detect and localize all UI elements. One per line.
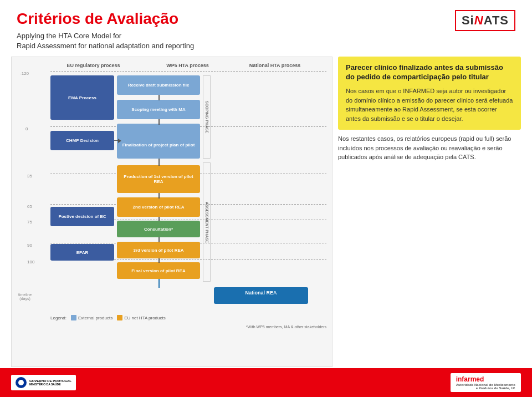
sinats-logo: SiNATS (455, 10, 515, 31)
axis-100: 100 (27, 259, 34, 264)
legend-external: External products (71, 315, 112, 320)
arrow-to-national (158, 279, 160, 288)
gov-logo: GOVERNO DE PORTUGAL MINISTÉRIO DA SAÚDE (11, 375, 76, 390)
final-version-box: Final version of pilot REA (117, 262, 200, 279)
connector-chmp-wp5 (114, 140, 119, 141)
arrow-2 (158, 119, 160, 125)
receive-draft-1-box: Receive draft submission file (117, 75, 200, 95)
axis-35: 35 (27, 174, 32, 179)
consultation-box: Consultation* (117, 221, 200, 237)
national-rea-box: National REA (214, 287, 308, 304)
diagram-area: EU regulatory process WP5 HTA process Na… (11, 57, 332, 367)
highlight-title: Parecer clínico finalizado antes da subm… (346, 63, 513, 82)
infarmed-logo: infarmed Autoridade Nacional do Medicame… (451, 373, 521, 392)
arrow-5 (158, 217, 160, 221)
col-header-national: National HTA process (242, 63, 308, 68)
axis-65: 65 (27, 204, 32, 209)
legend-external-color (71, 315, 76, 320)
arrow-4 (158, 193, 160, 198)
column-headers: EU regulatory process WP5 HTA process Na… (53, 63, 326, 68)
col-header-wp5: WP5 HTA process (134, 63, 242, 68)
second-version-box: 2nd version of pilot REA (117, 197, 200, 217)
axis-minus120: -120 (20, 71, 29, 76)
footer-left: GOVERNO DE PORTUGAL MINISTÉRIO DA SAÚDE (11, 375, 76, 390)
epar-box: EPAR (50, 244, 114, 261)
col-header-eu: EU regulatory process (53, 63, 134, 68)
header-left: Critérios de Avaliação Applying the HTA … (17, 10, 194, 51)
highlight-box: Parecer clínico finalizado antes da subm… (338, 57, 521, 130)
scoping-meeting-box: Scoping meeting with MA (117, 100, 200, 119)
header: Critérios de Avaliação Applying the HTA … (0, 0, 532, 57)
highlight-text: Nos casos em que o INFARMED seja autor o… (346, 86, 513, 123)
arrow-7 (158, 258, 160, 263)
assessment-phase-label: ASSESSMENT PHASE (203, 162, 211, 282)
chmp-decision-box: CHMP Decision (50, 131, 114, 150)
third-version-box: 3rd version of pilot REA (117, 242, 200, 258)
header-subtitle: Applying the HTA Core Model for Rapid As… (17, 31, 194, 51)
axis-zero: 0 (25, 126, 28, 131)
legend-eu-net-color (117, 315, 122, 320)
axis-90: 90 (27, 243, 32, 248)
footer: GOVERNO DE PORTUGAL MINISTÉRIO DA SAÚDE … (0, 368, 532, 397)
page-title: Critérios de Avaliação (17, 10, 194, 28)
axis-timeline: timeline (days) (18, 293, 32, 301)
infarmed-label: infarmed (456, 375, 484, 383)
main-content: EU regulatory process WP5 HTA process Na… (0, 57, 532, 367)
production-box: Production of 1st version of pilot REA (117, 165, 200, 193)
ministry-label: MINISTÉRIO DA SAÚDE (29, 383, 71, 386)
ema-process-box: EMA Process (50, 75, 114, 120)
arrow-6 (158, 237, 160, 242)
legend-eu-net: EU net HTA products (117, 315, 166, 320)
scoping-phase-label: SCOPING PHASE (203, 75, 211, 159)
finalisation-box: Finalisation of project plan of pilot (117, 131, 200, 159)
dashed-line-top (50, 71, 326, 72)
postive-decision-ec-box: Postive decision of EC (50, 207, 114, 226)
axis-75: 75 (27, 220, 32, 225)
arrow-1 (158, 95, 160, 100)
normal-text-block: Nos restantes casos, os relatórios europ… (338, 134, 521, 162)
right-panel: Parecer clínico finalizado antes da subm… (338, 57, 521, 367)
footnote: *With WP5 members, MA & other stakeholde… (246, 325, 326, 329)
legend: Legend: External products EU net HTA pro… (50, 315, 166, 320)
arrow-3 (158, 159, 160, 166)
